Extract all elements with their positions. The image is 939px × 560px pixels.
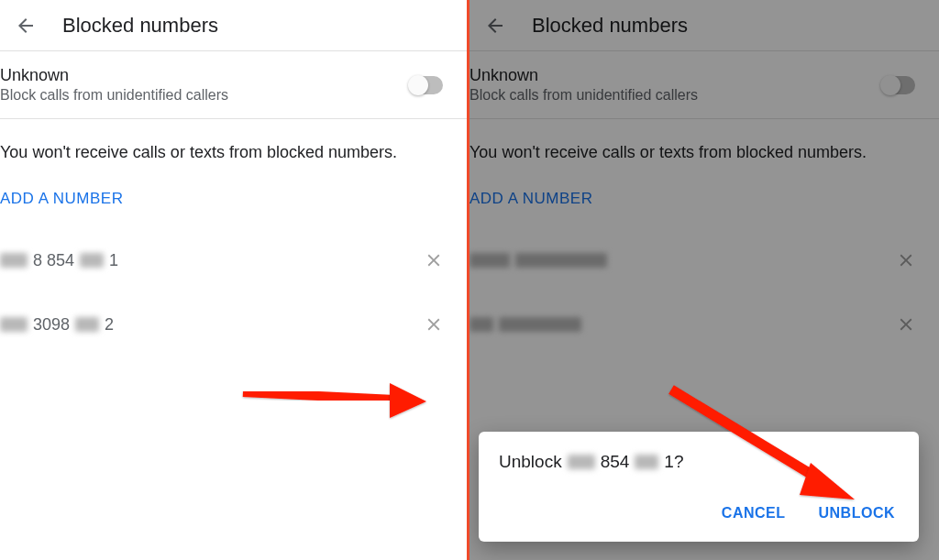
close-icon [424, 250, 444, 270]
redacted-text [568, 455, 595, 469]
redacted-text [635, 455, 658, 469]
left-panel: Blocked numbers Unknown Block calls from… [0, 0, 470, 560]
redacted-text [0, 253, 28, 268]
remove-number-button[interactable] [415, 306, 452, 343]
right-panel: Blocked numbers Unknown Block calls from… [470, 0, 939, 560]
dialog-title: Unblock 854 1? [499, 452, 899, 472]
remove-number-button[interactable] [415, 242, 452, 279]
blocked-number-row: 8 854 1 [0, 228, 467, 292]
blocked-number-label: 8 854 1 [0, 251, 118, 270]
unknown-toggle-row[interactable]: Unknown Block calls from unidentified ca… [0, 51, 467, 119]
redacted-text [80, 253, 104, 268]
blocked-number-row: 3098 2 [0, 292, 467, 357]
redacted-text [75, 317, 99, 332]
redacted-text [0, 317, 28, 332]
cancel-button[interactable]: CANCEL [718, 498, 790, 529]
unknown-title: Unknown [0, 66, 228, 85]
close-icon [424, 314, 444, 335]
blocked-number-label: 3098 2 [0, 315, 114, 335]
back-icon[interactable] [4, 4, 48, 48]
unblock-dialog: Unblock 854 1? CANCEL UNBLOCK [479, 432, 919, 542]
unknown-subtitle: Block calls from unidentified callers [0, 87, 228, 104]
info-text: You won't receive calls or texts from bl… [0, 119, 467, 171]
page-title: Blocked numbers [62, 14, 218, 38]
add-number-button[interactable]: ADD A NUMBER [0, 171, 467, 228]
unblock-button[interactable]: UNBLOCK [815, 498, 900, 529]
arrow-annotation [238, 365, 431, 420]
header: Blocked numbers [0, 0, 467, 51]
unknown-switch[interactable] [410, 76, 443, 94]
